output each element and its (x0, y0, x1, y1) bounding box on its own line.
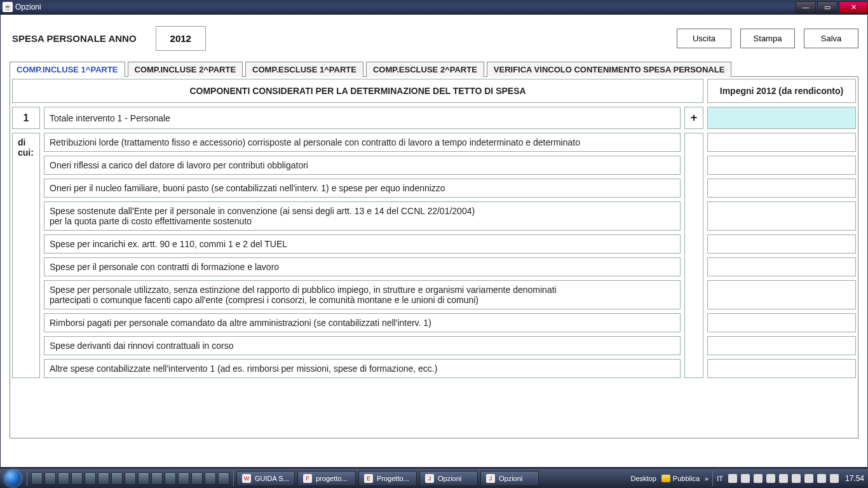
quick-launch-icon[interactable] (71, 472, 83, 485)
quick-launch-icon[interactable] (205, 472, 216, 485)
sub-row-input[interactable] (707, 234, 856, 254)
taskbar-task[interactable]: EProgetto... (358, 471, 417, 486)
sub-row-input[interactable] (707, 201, 856, 231)
print-button[interactable]: Stampa (740, 29, 795, 48)
sign-column-blank (684, 133, 703, 378)
sub-row-label: Retribuzioni lorde (trattamento fisso e … (44, 133, 681, 152)
taskbar-task[interactable]: JOpzioni (480, 471, 539, 486)
java-icon: J (486, 474, 495, 483)
quick-launch-icon[interactable] (98, 472, 109, 485)
tray-icon[interactable] (728, 474, 737, 483)
sub-row-label: Spese per incarichi ex. artt. 90 e 110, … (44, 234, 681, 254)
exit-button[interactable]: Uscita (677, 29, 731, 48)
tray-icon[interactable] (792, 474, 801, 483)
taskbar: WGUIDA S... Fprogetto... EProgetto... JO… (0, 468, 868, 488)
pubblica-toolbar[interactable]: Pubblica» (659, 475, 711, 482)
quick-launch-icon[interactable] (218, 472, 229, 485)
quick-launch-icon[interactable] (31, 472, 43, 485)
row-1-amount-input[interactable] (707, 107, 856, 129)
quick-launch (29, 472, 232, 485)
tab-comp-incluse-2parte[interactable]: COMP.INCLUSE 2^PARTE (128, 62, 243, 77)
quick-launch-icon[interactable] (111, 472, 123, 485)
save-button[interactable]: Salva (804, 29, 858, 48)
sub-row-input[interactable] (707, 280, 856, 309)
quick-launch-icon[interactable] (44, 472, 56, 485)
column-header-impegni: Impegni 2012 (da rendiconto) (707, 79, 856, 103)
tab-comp-escluse-1parte[interactable]: COMP.ESCLUSE 1^PARTE (245, 62, 363, 77)
sub-row-input[interactable] (707, 133, 856, 152)
task-label: Opzioni (438, 475, 461, 482)
row-1-label: Totale intervento 1 - Personale (44, 107, 681, 129)
window-maximize-button[interactable]: ▭ (817, 1, 837, 13)
sub-row-input[interactable] (707, 359, 856, 378)
sub-row-input[interactable] (707, 179, 856, 198)
quick-launch-icon[interactable] (58, 472, 69, 485)
sub-row-input[interactable] (707, 313, 856, 332)
task-label: Progetto... (377, 475, 409, 482)
sub-row-label: Oneri riflessi a carico del datore di la… (44, 156, 681, 175)
client-area: SPESA PERSONALE ANNO 2012 Uscita Stampa … (0, 15, 868, 468)
sub-row-input[interactable] (707, 336, 856, 355)
java-icon: J (425, 474, 434, 483)
java-icon: ☕ (3, 2, 13, 12)
tab-verifica-vincolo[interactable]: VERIFICA VINCOLO CONTENIMENTO SPESA PERS… (487, 62, 732, 77)
windows-orb-icon (4, 470, 21, 487)
quick-launch-icon[interactable] (165, 472, 176, 485)
task-label: GUIDA S... (255, 475, 289, 482)
taskbar-task[interactable]: WGUIDA S... (236, 471, 295, 486)
start-button[interactable] (0, 468, 25, 489)
word-icon: W (242, 474, 251, 483)
taskbar-task[interactable]: Fprogetto... (297, 471, 356, 486)
window-titlebar: ☕ Opzioni — ▭ ✕ (0, 0, 868, 15)
folder-icon: F (303, 474, 312, 483)
row-1-sign: + (684, 107, 703, 129)
sub-row-input[interactable] (707, 156, 856, 175)
task-label: progetto... (316, 475, 348, 482)
language-indicator[interactable]: IT (714, 475, 726, 482)
folder-icon (661, 475, 670, 482)
quick-launch-icon[interactable] (151, 472, 163, 485)
window-close-button[interactable]: ✕ (839, 1, 868, 13)
task-label: Opzioni (499, 475, 522, 482)
quick-launch-icon[interactable] (191, 472, 203, 485)
eclipse-icon: E (364, 474, 373, 483)
quick-launch-icon[interactable] (125, 472, 136, 485)
tray-icon[interactable] (817, 474, 826, 483)
tab-comp-incluse-1parte[interactable]: COMP.INCLUSE 1^PARTE (10, 62, 125, 77)
di-cui-label: di cui: (12, 133, 40, 378)
sub-row-label: Spese per personale utilizzato, senza es… (44, 280, 681, 309)
tab-strip: COMP.INCLUSE 1^PARTE COMP.INCLUSE 2^PART… (10, 61, 858, 76)
row-1-amount-field[interactable] (708, 107, 855, 128)
tray-icon[interactable] (754, 474, 763, 483)
sub-row-label: Spese derivanti dai rinnovi contrattuali… (44, 336, 681, 355)
toolbar: SPESA PERSONALE ANNO 2012 Uscita Stampa … (1, 15, 867, 57)
sub-row-label: Spese sostenute dall'Ente per il persona… (44, 201, 681, 231)
taskbar-task[interactable]: JOpzioni (419, 471, 478, 486)
window-minimize-button[interactable]: — (796, 1, 816, 13)
sub-row-input[interactable] (707, 257, 856, 276)
tab-panel: COMPONENTI CONSIDERATI PER LA DETERMINAZ… (10, 76, 858, 438)
year-value: 2012 (156, 26, 206, 51)
row-number-1: 1 (12, 107, 40, 129)
sub-row-label: Oneri per il nucleo familiare, buoni pas… (44, 179, 681, 198)
tray-icon[interactable] (741, 474, 750, 483)
quick-launch-icon[interactable] (85, 472, 96, 485)
sub-row-label: Spese per il personale con contratti di … (44, 257, 681, 276)
tray-icon[interactable] (830, 474, 839, 483)
chevron-right-icon: » (702, 475, 709, 482)
system-tray (726, 474, 841, 483)
tray-icon[interactable] (804, 474, 813, 483)
tray-icon[interactable] (779, 474, 788, 483)
column-header-components: COMPONENTI CONSIDERATI PER LA DETERMINAZ… (12, 79, 703, 103)
desktop-toolbar[interactable]: Desktop (628, 475, 659, 482)
quick-launch-icon[interactable] (178, 472, 189, 485)
page-heading: SPESA PERSONALE ANNO (12, 33, 137, 44)
taskbar-clock[interactable]: 17.54 (841, 474, 868, 483)
tray-icon[interactable] (766, 474, 775, 483)
sub-row-label: Rimborsi pagati per personale comandato … (44, 313, 681, 332)
window-title: Opzioni (15, 3, 41, 11)
sub-row-label: Altre spese contabilizzate nell'interven… (44, 359, 681, 378)
tab-comp-escluse-2parte[interactable]: COMP.ESCLUSE 2^PARTE (366, 62, 484, 77)
quick-launch-icon[interactable] (138, 472, 149, 485)
